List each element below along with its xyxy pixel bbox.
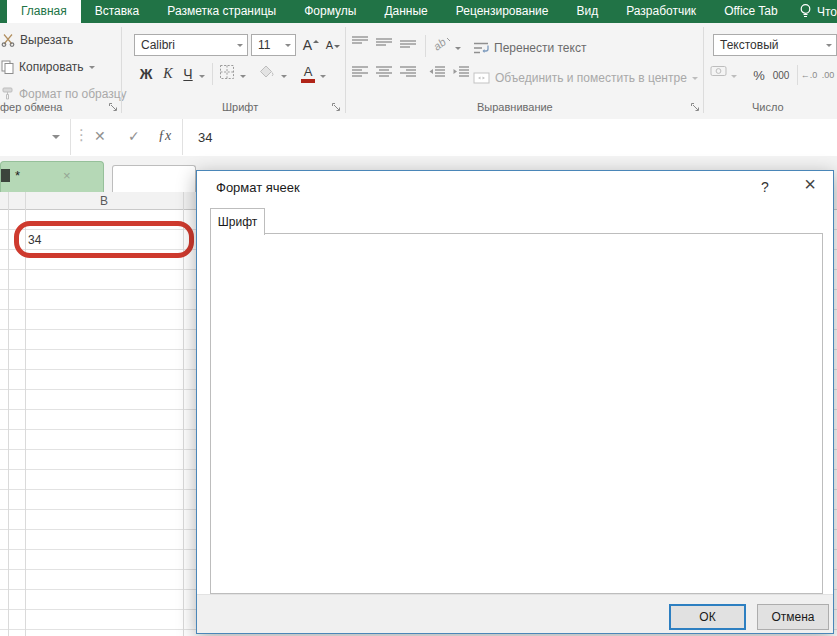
ribbon-tab[interactable]: Вид [562,0,612,23]
ribbon-tab[interactable]: Office Tab [710,0,792,23]
alignment-dialog-launcher-icon[interactable] [690,102,701,113]
copy-label: Копировать [19,60,84,74]
svg-text:ab: ab [432,36,448,51]
font-dialog-launcher-icon[interactable] [331,102,342,113]
copy-icon [1,60,14,74]
align-left-icon [351,65,370,79]
cut-icon [1,33,15,47]
document-icon [1,169,10,182]
font-name-combo[interactable]: Calibri [134,34,248,56]
chevron-down-icon [285,44,291,50]
chevron-down-icon [89,66,95,72]
comma-style-button[interactable]: 000 [770,64,792,86]
font-color-chevron-icon[interactable] [320,75,326,81]
borders-chevron-icon[interactable] [240,75,246,81]
decrease-decimal-button[interactable]: .00 [820,64,836,86]
align-bottom-icon [399,35,418,49]
orientation-button[interactable]: ab [432,35,452,51]
orientation-icon: ab [432,35,452,51]
italic-button[interactable]: К [158,63,178,85]
merge-center-button[interactable]: Объединить и поместить в центре [473,67,698,89]
align-right-button[interactable] [399,65,418,79]
underline-button[interactable]: Ч [180,63,196,85]
ribbon-tab[interactable]: Формулы [290,0,370,23]
font-name-value: Calibri [135,38,237,52]
insert-function-icon[interactable]: ƒx [158,128,171,144]
cut-button[interactable]: Вырезать [1,29,73,51]
fill-color-icon [259,65,275,79]
gridline [183,192,184,636]
formula-bar-value[interactable]: 34 [198,130,212,145]
cancel-button[interactable]: Отмена [757,604,829,630]
number-format-value: Текстовый [714,38,826,52]
accounting-format-button[interactable] [710,65,727,77]
format-painter-icon [1,87,14,101]
decrease-indent-button[interactable] [428,65,446,79]
dialog-help-button[interactable]: ? [755,179,775,195]
increase-font-size-button[interactable] [300,34,322,56]
wrap-text-button[interactable]: Перенести текст [473,37,586,59]
fill-color-button[interactable] [259,65,275,79]
increase-decimal-button[interactable]: ←.0 [801,64,817,86]
tell-me[interactable]: Что [799,0,837,23]
clipboard-group-label: фер обмена [0,101,62,113]
bold-button[interactable]: Ж [136,63,156,85]
align-center-icon [375,65,394,79]
fill-color-chevron-icon[interactable] [281,75,287,81]
name-box-chevron-icon[interactable] [52,135,60,143]
font-color-swatch [301,79,315,83]
dialog-close-button[interactable]: × [797,173,823,196]
font-color-button[interactable] [299,64,317,84]
number-format-combo[interactable]: Текстовый [713,34,837,56]
align-top-button[interactable] [351,35,370,49]
tab-font[interactable]: Шрифт [210,208,265,235]
cancel-entry-icon[interactable]: ✕ [94,128,106,144]
percent-style-button[interactable]: % [750,64,768,86]
excel-window: ГлавнаяВставкаРазметка страницыФормулыДа… [0,0,837,636]
chevron-down-icon [692,77,698,83]
orientation-chevron-icon[interactable] [455,47,461,53]
accounting-format-icon [710,65,727,77]
align-center-button[interactable] [375,65,394,79]
close-tab-icon[interactable]: × [63,168,71,183]
ribbon-tab-bar: ГлавнаяВставкаРазметка страницыФормулыДа… [0,0,837,23]
alignment-group-label: Выравнивание [477,101,553,113]
modified-indicator: * [15,168,20,183]
enter-entry-icon[interactable]: ✓ [128,128,140,144]
ribbon-tab[interactable]: Главная [7,0,81,23]
align-bottom-button[interactable] [399,35,418,49]
ribbon-tab[interactable]: Рецензирование [442,0,563,23]
clipboard-dialog-launcher-icon[interactable] [108,102,119,113]
annotation-highlight-cell [14,221,194,258]
merge-center-label: Объединить и поместить в центре [495,71,687,85]
borders-button[interactable] [219,64,235,80]
gridline [25,192,26,636]
align-left-button[interactable] [351,65,370,79]
align-middle-button[interactable] [375,35,394,49]
merge-center-icon [473,72,490,84]
document-tab-new[interactable] [112,165,196,192]
dialog-footer: ОК Отмена [197,594,833,633]
decrease-indent-icon [428,65,446,79]
ribbon-tab[interactable]: Вставка [81,0,154,23]
font-size-combo[interactable]: 11 [251,34,296,56]
accounting-chevron-icon[interactable] [731,75,737,81]
column-header-b[interactable]: B [25,194,183,208]
copy-button[interactable]: Копировать [1,56,95,78]
chevron-down-icon [826,44,832,50]
underline-chevron-icon[interactable] [199,75,205,81]
ribbon-tab[interactable]: Данные [370,0,441,23]
increase-indent-button[interactable] [452,65,470,79]
ribbon-tab[interactable]: Разметка страницы [153,0,290,23]
document-tab-active[interactable]: * × [0,161,104,192]
chevron-down-icon [237,44,243,50]
decrease-font-size-button[interactable] [323,34,343,56]
ribbon-tab[interactable]: Разработчик [612,0,710,23]
format-cells-dialog: Формат ячеек ? × Шрифт Шрифт: Calibri Ca… [196,170,834,634]
tell-me-label: Что [817,5,837,19]
borders-icon [219,64,235,80]
ok-button[interactable]: ОК [669,604,746,630]
name-box[interactable] [0,119,71,155]
increase-indent-icon [452,65,470,79]
font-size-value: 11 [252,38,285,52]
